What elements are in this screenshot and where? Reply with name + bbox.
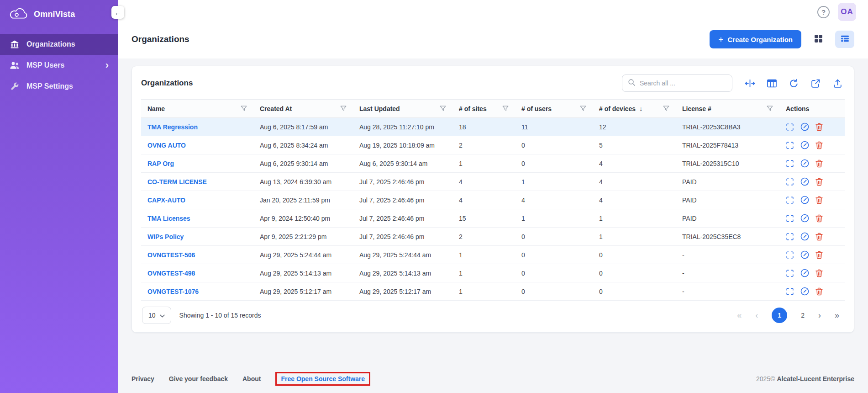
last-page-button[interactable]: » bbox=[835, 311, 839, 319]
next-page-button[interactable]: › bbox=[818, 311, 821, 319]
org-name-link[interactable]: TMA Regression bbox=[147, 123, 198, 131]
column-header-devices[interactable]: # of devices ↓ bbox=[593, 100, 676, 118]
filter-icon[interactable] bbox=[340, 106, 347, 112]
table-row[interactable]: RAP Org Aug 6, 2025 9:30:14 am Aug 6, 20… bbox=[141, 154, 845, 173]
help-icon[interactable]: ? bbox=[817, 6, 830, 18]
table-row[interactable]: OVNGTEST-498 Aug 29, 2025 5:14:13 am Aug… bbox=[141, 264, 845, 282]
search-input[interactable] bbox=[640, 80, 726, 87]
table-row[interactable]: OVNGTEST-506 Aug 29, 2025 5:24:44 am Aug… bbox=[141, 246, 845, 264]
sidebar-item-msp-settings[interactable]: MSP Settings bbox=[0, 76, 118, 97]
column-header-sites[interactable]: # of sites bbox=[452, 100, 515, 118]
delete-org-button[interactable] bbox=[815, 196, 823, 204]
delete-org-button[interactable] bbox=[815, 214, 823, 223]
about-link[interactable]: About bbox=[242, 375, 261, 382]
expand-row-button[interactable] bbox=[786, 178, 794, 186]
sort-desc-icon[interactable]: ↓ bbox=[639, 105, 642, 112]
table-view-toggle[interactable] bbox=[835, 31, 854, 48]
edit-org-button[interactable] bbox=[800, 159, 809, 168]
expand-row-button[interactable] bbox=[786, 123, 794, 131]
feedback-link[interactable]: Give your feedback bbox=[169, 375, 228, 382]
org-name-link[interactable]: TMA Licenses bbox=[147, 215, 190, 222]
delete-org-button[interactable] bbox=[815, 251, 823, 259]
expand-row-button[interactable] bbox=[786, 141, 794, 149]
expand-row-button[interactable] bbox=[786, 233, 794, 241]
column-header-created-at[interactable]: Created At bbox=[253, 100, 353, 118]
expand-row-button[interactable] bbox=[786, 251, 794, 259]
delete-org-button[interactable] bbox=[815, 123, 823, 131]
table-row[interactable]: CAPX-AUTO Jan 20, 2025 2:11:59 pm Jul 7,… bbox=[141, 191, 845, 209]
delete-org-button[interactable] bbox=[815, 287, 823, 296]
edit-org-button[interactable] bbox=[800, 177, 809, 186]
avatar[interactable]: OA bbox=[838, 3, 856, 21]
create-organization-button[interactable]: + Create Organization bbox=[710, 30, 801, 48]
first-page-button[interactable]: « bbox=[737, 311, 742, 319]
filter-icon[interactable] bbox=[241, 106, 247, 112]
org-name-link[interactable]: CAPX-AUTO bbox=[147, 196, 185, 204]
delete-org-button[interactable] bbox=[815, 141, 823, 149]
column-header-name[interactable]: Name bbox=[141, 100, 253, 118]
last-updated-cell: Jul 7, 2025 2:46:46 pm bbox=[353, 228, 452, 246]
prev-page-button[interactable]: ‹ bbox=[755, 311, 758, 319]
edit-org-button[interactable] bbox=[800, 269, 809, 277]
users-icon bbox=[9, 61, 20, 69]
table-row[interactable]: OVNGTEST-1076 Aug 29, 2025 5:12:17 am Au… bbox=[141, 282, 845, 301]
refresh-button[interactable] bbox=[786, 76, 801, 90]
table-row[interactable]: TMA Regression Aug 6, 2025 8:17:59 am Au… bbox=[141, 118, 845, 136]
org-name-link[interactable]: OVNGTEST-506 bbox=[147, 251, 195, 259]
expand-row-button[interactable] bbox=[786, 287, 794, 296]
columns-button[interactable] bbox=[764, 76, 779, 90]
edit-org-button[interactable] bbox=[800, 287, 809, 296]
page-1-button[interactable]: 1 bbox=[772, 308, 787, 323]
devices-cell: 0 bbox=[593, 282, 676, 301]
fit-columns-button[interactable] bbox=[742, 76, 757, 90]
expand-row-button[interactable] bbox=[786, 159, 794, 168]
column-header-last-updated[interactable]: Last Updated bbox=[353, 100, 452, 118]
org-name-link[interactable]: WIPs Policy bbox=[147, 233, 184, 240]
filter-icon[interactable] bbox=[440, 106, 446, 112]
edit-org-button[interactable] bbox=[800, 250, 809, 259]
org-name-link[interactable]: OVNGTEST-498 bbox=[147, 270, 195, 277]
edit-org-button[interactable] bbox=[800, 196, 809, 204]
table-row[interactable]: OVNG AUTO Aug 6, 2025 8:34:24 am Aug 19,… bbox=[141, 136, 845, 154]
created-at-cell: Aug 6, 2025 8:17:59 am bbox=[253, 118, 353, 136]
filter-icon[interactable] bbox=[502, 106, 509, 112]
table-row[interactable]: TMA Licenses Apr 9, 2024 12:50:40 pm Jul… bbox=[141, 209, 845, 228]
sidebar-item-msp-users[interactable]: MSP Users › bbox=[0, 55, 118, 76]
open-in-new-button[interactable] bbox=[808, 76, 823, 90]
export-button[interactable] bbox=[830, 76, 845, 90]
delete-org-button[interactable] bbox=[815, 269, 823, 277]
grid-view-icon bbox=[814, 34, 823, 44]
privacy-link[interactable]: Privacy bbox=[132, 375, 154, 382]
free-open-source-software-link[interactable]: Free Open Source Software bbox=[275, 372, 370, 386]
table-row[interactable]: WIPs Policy Apr 9, 2025 2:21:29 pm Jul 7… bbox=[141, 228, 845, 246]
sidebar-collapse-button[interactable]: ← bbox=[111, 6, 124, 19]
edit-org-button[interactable] bbox=[800, 232, 809, 241]
page-2-button[interactable]: 2 bbox=[801, 312, 805, 319]
card-view-toggle[interactable] bbox=[809, 31, 828, 48]
table-row[interactable]: CO-TERM LICENSE Aug 13, 2024 6:39:30 am … bbox=[141, 173, 845, 191]
edit-org-button[interactable] bbox=[800, 214, 809, 223]
filter-icon[interactable] bbox=[580, 106, 586, 112]
filter-icon[interactable] bbox=[663, 106, 669, 112]
edit-org-button[interactable] bbox=[800, 141, 809, 149]
org-name-link[interactable]: OVNGTEST-1076 bbox=[147, 288, 199, 295]
devices-cell: 1 bbox=[593, 209, 676, 228]
expand-row-button[interactable] bbox=[786, 196, 794, 204]
edit-org-button[interactable] bbox=[800, 122, 809, 131]
license-cell: TRIAL-20253C8BA3 bbox=[676, 118, 779, 136]
users-cell: 0 bbox=[515, 228, 593, 246]
column-header-license[interactable]: License # bbox=[676, 100, 779, 118]
expand-row-button[interactable] bbox=[786, 214, 794, 223]
column-header-users[interactable]: # of users bbox=[515, 100, 593, 118]
org-name-link[interactable]: RAP Org bbox=[147, 160, 174, 167]
expand-row-button[interactable] bbox=[786, 269, 794, 277]
created-at-cell: Aug 29, 2025 5:12:17 am bbox=[253, 282, 353, 301]
sidebar-item-organizations[interactable]: Organizations bbox=[0, 34, 118, 55]
delete-org-button[interactable] bbox=[815, 178, 823, 186]
org-name-link[interactable]: CO-TERM LICENSE bbox=[147, 178, 207, 186]
delete-org-button[interactable] bbox=[815, 159, 823, 168]
delete-org-button[interactable] bbox=[815, 233, 823, 241]
filter-icon[interactable] bbox=[767, 106, 773, 112]
page-size-select[interactable]: 10 bbox=[142, 307, 171, 324]
org-name-link[interactable]: OVNG AUTO bbox=[147, 142, 186, 149]
